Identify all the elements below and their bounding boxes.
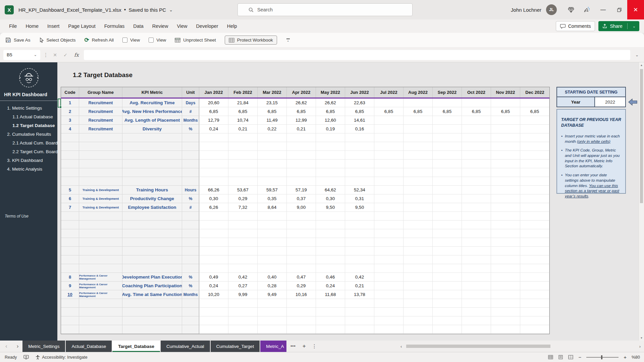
cell-value[interactable] [374,221,404,229]
cell-value[interactable] [491,168,520,177]
cell-group[interactable]: Performance & Career Management [79,282,122,290]
cell-value[interactable] [462,203,491,212]
cell-code[interactable] [61,264,79,273]
cell-value[interactable] [287,168,316,177]
sidebar-item[interactable]: 2.1 Actual Cum. Board [0,139,57,147]
cell-value[interactable] [520,247,549,255]
cell-unit[interactable]: Hours [182,186,199,194]
cell-value[interactable] [258,325,287,334]
cell-value[interactable] [316,308,345,316]
cell-group[interactable]: Performance & Career Management [79,290,122,299]
cell-code[interactable]: 1 [61,99,79,107]
user-name[interactable]: John Lochner [511,7,541,13]
menu-tab-view[interactable]: View [172,23,192,29]
cell-code[interactable]: 7 [61,203,79,212]
cell-value[interactable] [462,282,491,290]
cell-value[interactable] [491,194,520,203]
cell-value[interactable] [374,116,404,125]
cell-value[interactable] [287,238,316,247]
cell-value[interactable] [491,247,520,255]
cell-value[interactable] [433,229,462,238]
cell-value[interactable] [491,316,520,325]
cell-value[interactable] [520,125,549,133]
cell-value[interactable] [433,125,462,133]
cell-value[interactable] [404,142,433,151]
checkbox-icon[interactable] [149,38,154,43]
cell-value[interactable]: 0,21 [287,125,316,133]
cell-group[interactable] [79,299,122,308]
cell-group[interactable] [79,212,122,221]
cell-value[interactable] [491,325,520,334]
cell-code[interactable]: 4 [61,125,79,133]
premium-diamond-icon[interactable] [563,0,579,19]
cell-value[interactable]: 9,50 [345,203,374,212]
cell-value[interactable] [199,325,228,334]
cell-value[interactable] [462,142,491,151]
cell-value[interactable] [433,282,462,290]
menu-tab-insert[interactable]: Insert [43,23,64,29]
cell-value[interactable]: 9,50 [316,203,345,212]
cell-value[interactable] [462,212,491,221]
cell-value[interactable]: 8,64 [258,203,287,212]
cell-value[interactable] [345,168,374,177]
cell-value[interactable]: 0,24 [316,282,345,290]
cell-code[interactable] [61,212,79,221]
cell-value[interactable] [345,133,374,142]
scroll-left-icon[interactable]: ‹ [400,344,402,349]
cell-value[interactable] [374,308,404,316]
cell-value[interactable]: 0,22 [258,125,287,133]
cell-value[interactable] [374,299,404,308]
cell-value[interactable] [374,325,404,334]
cell-value[interactable] [316,151,345,160]
cell-value[interactable]: 0,37 [287,194,316,203]
cell-value[interactable] [199,264,228,273]
cell-value[interactable] [287,325,316,334]
cell-value[interactable] [199,221,228,229]
cell-value[interactable] [199,133,228,142]
cell-value[interactable]: 14,61 [345,116,374,125]
menu-tab-review[interactable]: Review [148,23,173,29]
sidebar-item[interactable]: 1. Metric Settings [0,104,57,113]
cell-unit[interactable]: # [182,203,199,212]
insert-function-icon[interactable]: fx [72,52,81,58]
cell-group[interactable] [79,264,122,273]
cell-value[interactable] [462,177,491,186]
cell-value[interactable] [433,168,462,177]
cell-value[interactable] [491,160,520,168]
cell-value[interactable]: 6,85 [433,107,462,116]
cell-value[interactable] [199,238,228,247]
prev-sheet-icon[interactable]: ‹ [5,343,7,350]
cell-unit[interactable]: % [182,282,199,290]
cell-value[interactable] [287,221,316,229]
cell-unit[interactable] [182,142,199,151]
cell-value[interactable] [228,168,258,177]
cell-value[interactable] [258,229,287,238]
cell-value[interactable] [520,194,549,203]
cell-unit[interactable] [182,177,199,186]
cell-code[interactable]: 10 [61,290,79,299]
cell-value[interactable] [258,264,287,273]
cell-value[interactable] [345,316,374,325]
cell-value[interactable] [404,116,433,125]
cell-unit[interactable]: % [182,125,199,133]
cell-value[interactable]: 13,78 [345,290,374,299]
cell-value[interactable] [316,325,345,334]
cell-group[interactable]: Performance & Career Management [79,273,122,282]
cell-value[interactable] [374,247,404,255]
cell-value[interactable] [228,177,258,186]
cell-value[interactable] [345,247,374,255]
cell-value[interactable] [433,238,462,247]
cell-value[interactable] [228,160,258,168]
cell-value[interactable] [404,229,433,238]
protect-workbook-button[interactable]: Protect Workbook [225,36,277,45]
cell-value[interactable] [433,133,462,142]
cell-value[interactable] [520,221,549,229]
cell-value[interactable]: 6,85 [258,107,287,116]
cell-value[interactable] [462,264,491,273]
cell-value[interactable] [404,316,433,325]
cell-value[interactable] [345,325,374,334]
cell-value[interactable]: 6,85 [374,107,404,116]
menu-tab-page-layout[interactable]: Page Layout [64,23,100,29]
cell-metric[interactable]: Employee Satisfaction [122,203,182,212]
cell-value[interactable] [404,299,433,308]
